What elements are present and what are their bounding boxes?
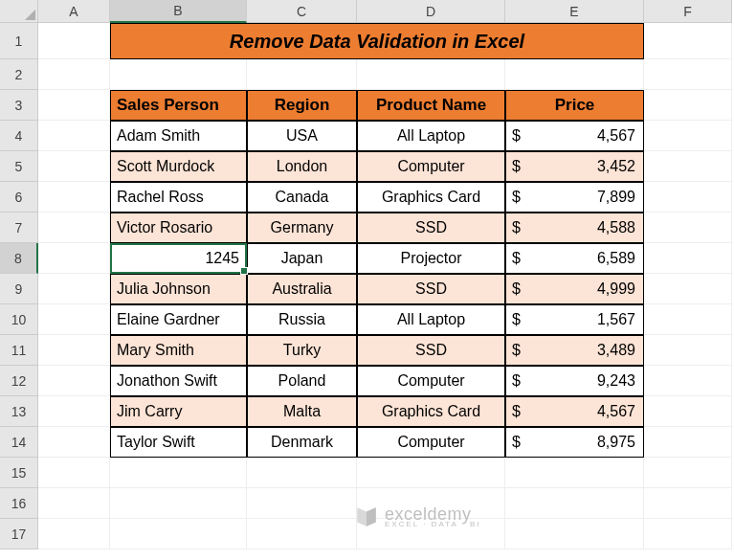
empty-cell[interactable] <box>38 59 110 90</box>
empty-cell[interactable] <box>110 519 247 549</box>
empty-cell[interactable] <box>38 121 110 151</box>
empty-cell[interactable] <box>38 488 110 519</box>
row-header-8[interactable]: 8 <box>0 243 38 274</box>
cell-price[interactable]: $9,243 <box>505 366 644 396</box>
header-region[interactable]: Region <box>247 90 357 121</box>
cell-sales-person[interactable]: Mary Smith <box>110 335 247 366</box>
cell-price[interactable]: $3,489 <box>505 335 644 366</box>
col-header-B[interactable]: B <box>110 0 247 23</box>
cell-region[interactable]: USA <box>247 121 357 151</box>
empty-cell[interactable] <box>644 488 732 519</box>
cell-region[interactable]: Australia <box>247 274 357 304</box>
empty-cell[interactable] <box>38 23 110 59</box>
row-header-3[interactable]: 3 <box>0 90 38 121</box>
empty-cell[interactable] <box>505 488 644 519</box>
row-header-9[interactable]: 9 <box>0 274 38 304</box>
cell-sales-person[interactable]: Elaine Gardner <box>110 304 247 335</box>
cell-price[interactable]: $8,975 <box>505 427 644 458</box>
empty-cell[interactable] <box>644 304 732 335</box>
empty-cell[interactable] <box>644 274 732 304</box>
empty-cell[interactable] <box>247 59 357 90</box>
cell-region[interactable]: London <box>247 151 357 182</box>
cell-sales-person[interactable]: Taylor Swift <box>110 427 247 458</box>
empty-cell[interactable] <box>644 427 732 458</box>
cell-price[interactable]: $1,567 <box>505 304 644 335</box>
empty-cell[interactable] <box>38 90 110 121</box>
cell-sales-person[interactable]: Scott Murdock <box>110 151 247 182</box>
col-header-C[interactable]: C <box>247 0 357 23</box>
empty-cell[interactable] <box>644 182 732 213</box>
empty-cell[interactable] <box>505 59 644 90</box>
row-header-11[interactable]: 11 <box>0 335 38 366</box>
row-header-1[interactable]: 1 <box>0 23 38 59</box>
empty-cell[interactable] <box>38 151 110 182</box>
cell-price[interactable]: $4,567 <box>505 396 644 427</box>
row-header-4[interactable]: 4 <box>0 121 38 151</box>
empty-cell[interactable] <box>247 458 357 488</box>
cell-product[interactable]: SSD <box>357 274 505 304</box>
empty-cell[interactable] <box>38 182 110 213</box>
cell-sales-person[interactable]: Julia Johnson <box>110 274 247 304</box>
empty-cell[interactable] <box>505 458 644 488</box>
cell-product[interactable]: All Laptop <box>357 304 505 335</box>
cell-sales-person[interactable]: Rachel Ross <box>110 182 247 213</box>
col-header-F[interactable]: F <box>644 0 732 23</box>
cell-price[interactable]: $4,567 <box>505 121 644 151</box>
empty-cell[interactable] <box>38 335 110 366</box>
active-cell[interactable]: 1245 <box>110 243 247 274</box>
cell-product[interactable]: Graphics Card <box>357 182 505 213</box>
empty-cell[interactable] <box>644 90 732 121</box>
cell-region[interactable]: Germany <box>247 213 357 243</box>
row-header-2[interactable]: 2 <box>0 59 38 90</box>
cell-product[interactable]: Projector <box>357 243 505 274</box>
row-header-17[interactable]: 17 <box>0 519 38 549</box>
empty-cell[interactable] <box>38 304 110 335</box>
empty-cell[interactable] <box>505 519 644 549</box>
row-header-12[interactable]: 12 <box>0 366 38 396</box>
cell-price[interactable]: $4,588 <box>505 213 644 243</box>
cell-product[interactable]: All Laptop <box>357 121 505 151</box>
cell-sales-person[interactable]: Victor Rosario <box>110 213 247 243</box>
cell-product[interactable]: Computer <box>357 151 505 182</box>
select-all-corner[interactable] <box>0 0 38 23</box>
row-header-10[interactable]: 10 <box>0 304 38 335</box>
empty-cell[interactable] <box>110 458 247 488</box>
empty-cell[interactable] <box>38 213 110 243</box>
cell-sales-person[interactable]: Jonathon Swift <box>110 366 247 396</box>
cell-sales-person[interactable]: Jim Carry <box>110 396 247 427</box>
row-header-14[interactable]: 14 <box>0 427 38 458</box>
empty-cell[interactable] <box>247 519 357 549</box>
empty-cell[interactable] <box>644 396 732 427</box>
empty-cell[interactable] <box>357 59 505 90</box>
empty-cell[interactable] <box>38 519 110 549</box>
cell-price[interactable]: $3,452 <box>505 151 644 182</box>
empty-cell[interactable] <box>38 366 110 396</box>
empty-cell[interactable] <box>247 488 357 519</box>
row-header-7[interactable]: 7 <box>0 213 38 243</box>
cell-region[interactable]: Malta <box>247 396 357 427</box>
cell-product[interactable]: Computer <box>357 366 505 396</box>
empty-cell[interactable] <box>38 458 110 488</box>
empty-cell[interactable] <box>644 59 732 90</box>
row-header-5[interactable]: 5 <box>0 151 38 182</box>
empty-cell[interactable] <box>644 366 732 396</box>
cell-product[interactable]: SSD <box>357 335 505 366</box>
cell-price[interactable]: $6,589 <box>505 243 644 274</box>
empty-cell[interactable] <box>110 488 247 519</box>
cell-product[interactable]: SSD <box>357 213 505 243</box>
title-cell[interactable]: Remove Data Validation in Excel <box>110 23 644 59</box>
col-header-D[interactable]: D <box>357 0 505 23</box>
cell-product[interactable]: Computer <box>357 427 505 458</box>
empty-cell[interactable] <box>644 243 732 274</box>
cell-region[interactable]: Russia <box>247 304 357 335</box>
cell-region[interactable]: Poland <box>247 366 357 396</box>
empty-cell[interactable] <box>38 274 110 304</box>
empty-cell[interactable] <box>644 335 732 366</box>
empty-cell[interactable] <box>38 243 110 274</box>
cell-region[interactable]: Japan <box>247 243 357 274</box>
empty-cell[interactable] <box>38 396 110 427</box>
col-header-E[interactable]: E <box>505 0 644 23</box>
cell-price[interactable]: $7,899 <box>505 182 644 213</box>
empty-cell[interactable] <box>357 458 505 488</box>
empty-cell[interactable] <box>644 23 732 59</box>
